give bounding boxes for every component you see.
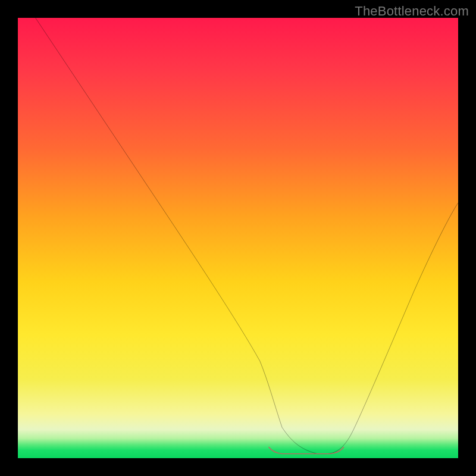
chart-frame: TheBottleneck.com bbox=[0, 0, 476, 476]
optimal-range-marker bbox=[18, 18, 458, 458]
plot-area bbox=[18, 18, 458, 458]
optimal-range-path bbox=[269, 447, 344, 454]
watermark-text: TheBottleneck.com bbox=[355, 4, 469, 19]
